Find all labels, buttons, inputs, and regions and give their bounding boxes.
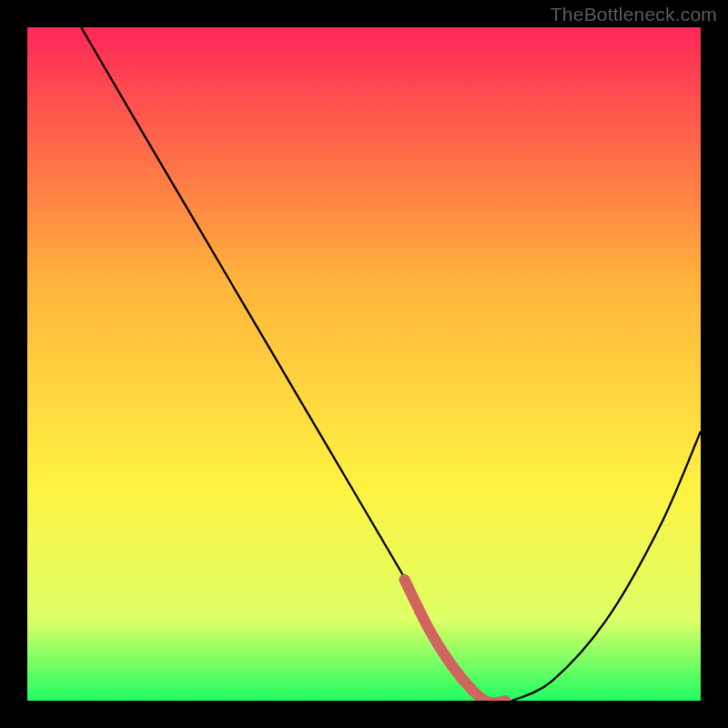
bottleneck-chart [27,27,701,701]
chart-background [27,27,701,701]
chart-frame [27,27,701,701]
watermark-text: TheBottleneck.com [551,4,717,25]
